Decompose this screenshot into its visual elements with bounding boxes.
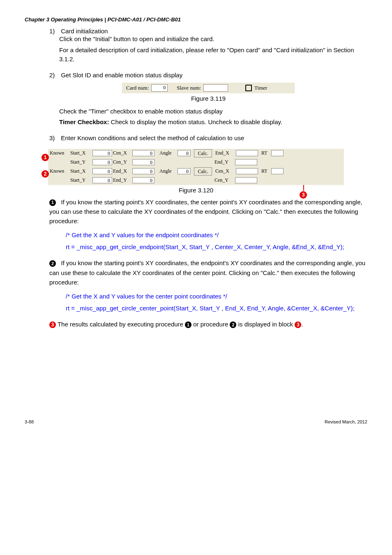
- endy-input-2[interactable]: 0: [132, 177, 154, 183]
- figure-3-119-label: Figure 3.119: [49, 95, 367, 102]
- timer-checkbox[interactable]: [245, 85, 252, 91]
- known-row-1b: Start_Y 0 Cen_Y 0 End_Y: [48, 158, 344, 167]
- ceny-input-1[interactable]: 0: [132, 159, 154, 165]
- slave-num-label: Slave num:: [177, 85, 201, 91]
- endx-output-1: [236, 150, 258, 156]
- list-number-2: 2): [49, 72, 59, 79]
- ceny-label-1: Cen_Y: [113, 159, 131, 165]
- section-2-title: Get Slot ID and enable motion status dis…: [61, 72, 182, 79]
- angle-label-1: Angle: [155, 150, 177, 156]
- list-number-3: 3): [49, 134, 59, 141]
- startx-label-1: Start_X: [70, 150, 92, 156]
- explain-3: 3 The results calculated by executing pr…: [49, 319, 367, 329]
- rt-output-1: [271, 150, 284, 156]
- code-2b: rt = _misc_app_get_circle_center_point(S…: [66, 304, 367, 313]
- starty-input-2[interactable]: 0: [92, 177, 112, 183]
- chapter-header: Chapter 3 Operating Principles | PCI-DMC…: [25, 16, 367, 23]
- black-circle-1: 1: [49, 199, 56, 206]
- explain-2-text: If you know the starting point's XY coor…: [49, 259, 365, 286]
- code-1b: rt = _misc_app_get_circle_endpoint(Start…: [66, 243, 367, 252]
- endy-label-1: End_Y: [214, 159, 234, 165]
- red-circle-3-inline2: 3: [295, 321, 301, 328]
- footer-page: 3-88: [25, 419, 34, 424]
- rt-label-2: RT: [259, 168, 270, 174]
- known-row-2a: Known Start_X 0 End_X 0 Angle 0 Calc. Ce…: [48, 167, 344, 176]
- black-circle-2: 2: [49, 260, 56, 267]
- figure-3-120-label: Figure 3.120: [179, 187, 213, 194]
- red-circle-1: 1: [42, 154, 49, 161]
- timer-checkbox-bold: Timer Checkbox:: [59, 118, 109, 125]
- red-circle-3-inline: 3: [49, 321, 56, 328]
- section-1-title: Card initialization: [61, 28, 108, 35]
- rt-label-1: RT: [259, 150, 270, 156]
- starty-input-1[interactable]: 0: [92, 159, 112, 165]
- explain-1: 1 If you know the starting point's XY co…: [49, 197, 367, 226]
- angle-label-2: Angle: [155, 168, 177, 174]
- cenx-label-2: Cen_X: [215, 168, 235, 174]
- section-3: 3) Enter Known conditions and select the…: [49, 134, 367, 141]
- calc-button-2[interactable]: Calc.: [194, 167, 212, 176]
- known-row-2b: Start_Y 0 End_Y 0 Cen_Y: [48, 176, 344, 185]
- explain-3d: .: [301, 321, 303, 328]
- code-1a: /* Get the X and Y values for the endpoi…: [66, 231, 367, 240]
- section-1-p1: Click on the "Initial" button to open an…: [59, 35, 367, 44]
- rt-output-2: [271, 168, 284, 174]
- known-label-1: Known: [50, 150, 69, 156]
- explain-2: 2 If you know the starting point's XY co…: [49, 258, 367, 287]
- explain-1-text: If you know the starting point's XY coor…: [49, 199, 362, 225]
- starty-label-1: Start_Y: [70, 159, 92, 165]
- code-2a: /* Get the X and Y values for the center…: [66, 292, 367, 301]
- timer-label: Timer: [254, 85, 267, 91]
- section-1-p2: For a detailed description of card initi…: [59, 46, 367, 64]
- endx-label-1: End_X: [215, 150, 235, 156]
- calc-button-1[interactable]: Calc.: [194, 149, 212, 157]
- slave-num-input[interactable]: [203, 84, 228, 92]
- section-1: 1) Card initialization Click on the "Ini…: [49, 28, 367, 64]
- starty-label-2: Start_Y: [70, 177, 92, 183]
- black-circle-1-inline: 1: [185, 321, 191, 328]
- endy-output-1: [235, 159, 257, 165]
- card-num-label: Card num:: [126, 85, 149, 91]
- section-2: 2) Get Slot ID and enable motion status …: [49, 72, 367, 127]
- ui-card-slot-panel: Card num: 0 Slave num: Timer: [122, 83, 295, 93]
- cenx-output-2: [236, 168, 258, 174]
- black-circle-2-inline: 2: [230, 321, 236, 328]
- cenx-input-1[interactable]: 0: [132, 150, 154, 156]
- explain-3c: is displayed in block: [236, 321, 295, 328]
- ui-known-panel: 1 2 Known Start_X 0 Cen_X 0 Angle 0 Calc…: [48, 149, 344, 197]
- endx-label-2: End_X: [113, 168, 131, 174]
- list-number-1: 1): [49, 28, 59, 35]
- ceny-label-2: Cen_Y: [214, 177, 234, 183]
- red-circle-3: 3: [300, 191, 307, 199]
- annotations-left: 1 2: [42, 154, 49, 187]
- startx-label-2: Start_X: [70, 168, 92, 174]
- footer-date: Revised March, 2012: [325, 419, 367, 424]
- cenx-label-1: Cen_X: [113, 150, 131, 156]
- timer-checkbox-rest: Check to display the motion status. Unch…: [109, 118, 282, 125]
- endx-input-2[interactable]: 0: [132, 168, 154, 174]
- section-2-p1: Check the "Timer" checkbox to enable mot…: [59, 107, 367, 116]
- red-circle-2: 2: [42, 170, 49, 178]
- card-num-input[interactable]: 0: [151, 84, 168, 92]
- known-row-1a: Known Start_X 0 Cen_X 0 Angle 0 Calc. En…: [48, 149, 344, 158]
- angle-input-1[interactable]: 0: [178, 150, 191, 156]
- known-label-2: Known: [50, 168, 69, 174]
- explain-3b: or procedure: [191, 321, 230, 328]
- explain-3a: The results calculated by executing proc…: [56, 321, 185, 328]
- section-2-p2: Timer Checkbox: Check to display the mot…: [59, 118, 367, 127]
- startx-input-1[interactable]: 0: [92, 150, 112, 156]
- section-3-title: Enter Known conditions and select the me…: [61, 134, 244, 141]
- ceny-output-2: [235, 177, 257, 183]
- page-footer: 3-88 Revised March, 2012: [25, 419, 367, 424]
- angle-input-2[interactable]: 0: [178, 168, 191, 174]
- endy-label-2: End_Y: [113, 177, 131, 183]
- startx-input-2[interactable]: 0: [92, 168, 112, 174]
